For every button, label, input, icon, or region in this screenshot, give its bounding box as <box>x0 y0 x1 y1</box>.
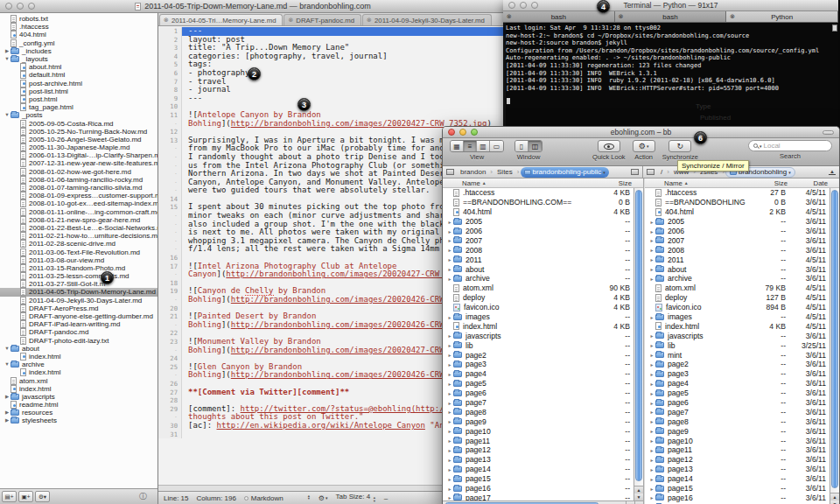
tree-item[interactable]: DRAFT-photo-edit-lazy.txt <box>0 337 158 345</box>
file-row[interactable]: ▸javascripts--3/6/11 <box>645 331 830 340</box>
window-mode-control[interactable]: ▯ ◫ <box>514 140 542 152</box>
file-row[interactable]: ▸about--3/6/11 <box>645 264 830 274</box>
code-line[interactable]: 4categories: [photography, travel, journ… <box>158 52 506 61</box>
tree-item[interactable]: DRAFT-pandoc.md <box>0 328 158 336</box>
tree-item[interactable]: 2008-01-21-new-spro-gear-here.md <box>0 216 158 224</box>
minimize-icon[interactable] <box>520 2 527 9</box>
breadcrumb-item[interactable]: Sites <box>494 167 516 178</box>
file-row[interactable]: ▸page7-- <box>443 398 634 408</box>
zoom-icon[interactable] <box>471 129 478 136</box>
disclosure-closed-icon[interactable]: ▶ <box>4 418 10 424</box>
tree-item[interactable]: DRAFT-anyone-else-getting-dumber.md <box>0 312 158 320</box>
tree-item[interactable]: 2011-03-15-Random-Photo.md <box>0 264 158 272</box>
disclosure-closed-icon[interactable]: ▸ <box>648 256 655 262</box>
window-controls[interactable] <box>508 2 538 9</box>
tree-item[interactable]: tag_page.html <box>0 103 158 111</box>
tree-item[interactable]: 2011-03-25-lessn-comments.md <box>0 272 158 280</box>
breadcrumb-item[interactable]: brandon <box>457 167 489 178</box>
file-row[interactable]: ▸page8--3/6/11 <box>645 416 830 426</box>
file-row[interactable]: ▸page15-- <box>443 474 634 484</box>
tree-item[interactable]: post.html <box>0 95 158 103</box>
tree-item[interactable]: 2006-01-13-Digital-…ip-Clarify-Sharpen.m… <box>0 151 158 159</box>
close-icon[interactable] <box>508 2 515 9</box>
file-row[interactable]: deploy127 B4/5/11 <box>645 293 830 303</box>
file-row[interactable]: ▸2011-- <box>443 255 634 264</box>
tree-item[interactable]: 2011-02-21-how-to…urniture-decisions.md <box>0 232 158 240</box>
disclosure-closed-icon[interactable]: ▸ <box>648 332 655 339</box>
disclosure-closed-icon[interactable]: ▸ <box>648 409 655 415</box>
file-row[interactable]: ▸2005-- <box>443 217 634 227</box>
tree-item[interactable]: DRAFT-AeroPress.md <box>0 304 158 312</box>
disclosure-closed-icon[interactable]: ▸ <box>648 342 655 348</box>
status-gear-button[interactable]: ⚙▾ <box>318 494 328 502</box>
remote-vscrollbar[interactable]: ▲▼ <box>830 188 839 504</box>
icon-view-icon[interactable]: ▦ <box>451 141 464 151</box>
code-line[interactable]: 9--- <box>158 94 506 103</box>
editor-tab[interactable]: ⊗2011-04-09-Jekyll-30-Days-Later.md <box>362 14 492 25</box>
tree-item[interactable]: 404.html <box>0 31 158 38</box>
tree-item[interactable]: post-archive.html <box>0 80 158 88</box>
file-row[interactable]: ▸lib-- <box>443 340 634 350</box>
file-row[interactable]: ▸page11--3/6/11 <box>645 445 830 455</box>
file-row[interactable]: ▸page4--3/6/11 <box>645 379 830 388</box>
code-line[interactable]: 8- journal <box>158 86 506 94</box>
info-button[interactable]: ⓘ <box>139 491 147 502</box>
disclosure-closed-icon[interactable]: ▸ <box>446 466 453 472</box>
file-row[interactable]: ▸page3--3/6/11 <box>645 369 830 379</box>
tree-item[interactable]: DRAFT-iPad-learn-writing.md <box>0 320 158 328</box>
tree-item[interactable]: 2008-01-09-express…customer-support.md <box>0 192 158 200</box>
add-folder-button[interactable]: ▣+ <box>18 491 33 502</box>
tree-item[interactable]: 2011-04-09-Jekyll-30-Days-Later.md <box>0 297 158 304</box>
disclosure-closed-icon[interactable]: ▸ <box>648 371 655 377</box>
terminal-scroller[interactable] <box>832 24 837 32</box>
file-row[interactable]: ▸page14-- <box>443 465 634 474</box>
tree-item[interactable]: 2005-11-30-Japanese-Maple.md <box>0 144 158 151</box>
code-line[interactable]: 10 <box>158 102 506 111</box>
tab-size-control[interactable]: Tab Size: 4▲▼ <box>336 493 376 502</box>
disclosure-closed-icon[interactable]: ▸ <box>648 390 655 396</box>
file-row[interactable]: ▸page9-- <box>443 416 634 426</box>
disclosure-closed-icon[interactable]: ▸ <box>648 237 655 243</box>
tab-close-icon[interactable]: ⊗ <box>730 13 735 20</box>
file-row[interactable]: ==BRANDONBOHLING.COM==0 B3/6/11 <box>645 198 830 207</box>
file-tree[interactable]: robots.txt.htaccess404.html_config.yml▶_… <box>0 13 158 488</box>
file-row[interactable]: index.html4 KB <box>443 321 634 331</box>
name-column-header[interactable]: Name <box>462 179 480 187</box>
tree-item[interactable]: ▼_posts <box>0 111 158 119</box>
tab-close-icon[interactable]: ⊗ <box>164 17 169 24</box>
close-icon[interactable] <box>448 129 455 136</box>
tree-item[interactable]: ▶javascripts <box>0 393 158 401</box>
tree-item[interactable]: ▶resources <box>0 409 158 416</box>
file-row[interactable]: ▸page12-- <box>443 445 634 455</box>
tree-item[interactable]: 2008-01-10-got-ex…eed-sitemap-index.md <box>0 200 158 207</box>
file-row[interactable]: ▸page13--3/6/11 <box>645 465 830 474</box>
tree-item[interactable]: ▶stylesheets <box>0 416 158 424</box>
disclosure-closed-icon[interactable]: ▸ <box>648 400 655 406</box>
file-row[interactable]: 404.html4 KB <box>443 207 634 217</box>
code-line[interactable]: 6- photography <box>158 69 506 78</box>
tree-item[interactable]: index.html <box>0 385 158 393</box>
file-row[interactable]: ▸page2--3/6/11 <box>645 360 830 369</box>
file-row[interactable]: deploy4 KB <box>443 293 634 303</box>
tree-item[interactable]: ▼about <box>0 345 158 353</box>
terminal-tab[interactable]: ⊗bash <box>615 11 727 22</box>
tab-close-icon[interactable]: ⊗ <box>367 17 372 24</box>
code-line[interactable]: 11![Antelope Canyon by Brandon <box>158 111 506 120</box>
disclosure-open-icon[interactable]: ▼ <box>4 362 10 368</box>
disclosure-closed-icon[interactable]: ▸ <box>648 361 655 368</box>
breadcrumb-item[interactable]: brandonbohling-public▾ <box>521 167 609 178</box>
tree-item[interactable]: post-list.html <box>0 88 158 95</box>
file-row[interactable]: ▸javascripts-- <box>443 331 634 340</box>
file-row[interactable]: ▸page5--3/6/11 <box>645 388 830 398</box>
disclosure-closed-icon[interactable]: ▸ <box>446 342 453 348</box>
disclosure-closed-icon[interactable]: ▸ <box>648 447 655 453</box>
file-row[interactable]: favicon.ico4 KB <box>443 303 634 312</box>
disclosure-closed-icon[interactable]: ▸ <box>648 486 655 492</box>
disclosure-open-icon[interactable]: ▼ <box>4 57 10 62</box>
file-row[interactable]: ▸archive--3/6/11 <box>645 274 830 284</box>
minimize-icon[interactable] <box>17 3 24 10</box>
file-row[interactable]: ▸page6-- <box>443 388 634 398</box>
tree-item[interactable]: 2011-04-05-Trip-Down-Memory-Lane.md <box>0 288 158 296</box>
disclosure-closed-icon[interactable]: ▶ <box>4 395 10 400</box>
size-column-header[interactable]: Size <box>744 179 788 187</box>
